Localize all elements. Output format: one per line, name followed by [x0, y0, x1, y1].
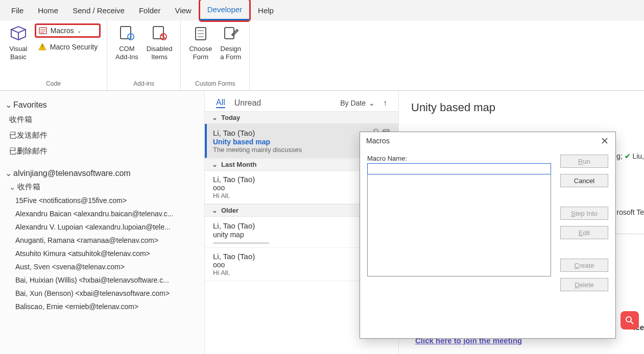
attendee-snippet: g; ✔ Liu, [616, 152, 644, 160]
chevron-down-icon: ⌄ [369, 99, 375, 107]
msg-subject: unity map [213, 231, 244, 239]
message-filter-tabs: All Unread By Date ⌄ ↑ [205, 91, 398, 111]
msg-divider [213, 243, 269, 243]
menu-developer[interactable]: Developer [200, 0, 249, 20]
group-today-label: Today [221, 114, 240, 121]
menu-help[interactable]: Help [251, 0, 281, 20]
dialog-titlebar: Macros [360, 132, 615, 149]
group-today[interactable]: ⌄ Today [205, 111, 398, 124]
sender-item[interactable]: Alexandru V. Lupoian <alexandru.lupoian@… [0, 220, 204, 234]
macro-list[interactable] [367, 174, 551, 276]
design-form-button[interactable]: Design a Form [217, 22, 244, 63]
menu-view[interactable]: View [168, 0, 198, 20]
choose-form-icon [192, 24, 210, 43]
sender-item[interactable]: Aust, Sven <svena@telenav.com> [0, 260, 204, 273]
msg-subject: ooo [213, 184, 225, 192]
search-fab[interactable] [621, 311, 639, 330]
account-label: alvinjiang@telenavsoftware.com [13, 169, 131, 178]
chevron-down-icon: ⌄ [77, 28, 81, 34]
msg-subject: ooo [213, 261, 225, 269]
account-header[interactable]: ⌄ alvinjiang@telenavsoftware.com [0, 166, 204, 180]
chevron-down-icon: ⌄ [9, 183, 14, 192]
dialog-buttons: Run Cancel Step Into Edit Create Delete [560, 155, 608, 291]
delete-button[interactable]: Delete [560, 278, 608, 291]
sender-item[interactable]: Atsuhito Kimura <atsuhitok@telenav.com> [0, 247, 204, 260]
group-last-month-label: Last Month [221, 161, 256, 168]
visual-basic-label: Visual Basic [9, 45, 27, 61]
macro-security-label: Macro Security [50, 43, 98, 51]
macros-label[interactable]: Macros [51, 27, 74, 35]
macros-dialog: Macros Macro Name: Run Cancel Step Into … [360, 132, 616, 339]
menu-developer-highlight: Developer [199, 0, 251, 22]
chevron-down-icon: ⌄ [212, 161, 217, 168]
visual-basic-button[interactable]: Visual Basic [6, 22, 31, 63]
sender-item[interactable]: 15Five <notifications@15five.com> [0, 194, 204, 207]
choose-form-button[interactable]: Choose Form [186, 22, 215, 63]
svg-point-19 [626, 317, 631, 322]
disabled-items-button[interactable]: Disabled Items [144, 22, 176, 63]
menu-folder[interactable]: Folder [132, 0, 168, 20]
msg-from: Li, Tao (Tao) [213, 175, 255, 184]
macro-name-input[interactable] [367, 163, 551, 174]
msg-from: Li, Tao (Tao) [213, 129, 255, 137]
fav-inbox[interactable]: 收件箱 [0, 112, 204, 128]
dialog-body: Macro Name: Run Cancel Step Into Edit Cr… [360, 149, 615, 296]
teams-snippet: rosoft Te [617, 208, 644, 216]
svg-point-4 [130, 36, 132, 38]
edit-button[interactable]: Edit [560, 226, 608, 239]
dialog-title-text: Macros [366, 137, 390, 145]
tab-all[interactable]: All [216, 98, 225, 108]
sender-item[interactable]: Alexandru Baican <alexandru.baican@telen… [0, 207, 204, 220]
dialog-close-button[interactable] [600, 136, 609, 145]
create-button[interactable]: Create [560, 259, 608, 272]
sender-item[interactable]: Bai, Huixian (Willis) <hxbai@telenavsoft… [0, 273, 204, 287]
chevron-down-icon: ⌄ [5, 168, 10, 178]
chevron-down-icon: ⌄ [212, 114, 217, 121]
close-icon [602, 138, 608, 144]
nav-pane: ⌄ Favorites 收件箱 已发送邮件 已删除邮件 ⌄ alvinjiang… [0, 91, 204, 354]
com-addins-button[interactable]: COM Add-Ins [112, 22, 141, 63]
chevron-down-icon: ⌄ [5, 100, 10, 110]
ribbon-group-code: Visual Basic Macros ⌄ ! Macro Security C… [0, 20, 107, 90]
sender-item[interactable]: Baliscao, Ernie <ernieb@telenav.com> [0, 300, 204, 313]
sort-by-date[interactable]: By Date ⌄ ↑ [340, 98, 387, 108]
tab-unread[interactable]: Unread [234, 98, 261, 108]
macros-icon [38, 26, 47, 35]
favorites-label: Favorites [13, 100, 47, 110]
menu-send-receive[interactable]: Send / Receive [65, 0, 132, 20]
com-addins-icon [117, 24, 136, 43]
msg-subject: Unity based map [213, 138, 270, 146]
svg-rect-5 [153, 27, 163, 39]
design-form-label: Design a Form [220, 45, 241, 61]
cancel-button[interactable]: Cancel [560, 174, 608, 187]
run-button[interactable]: Run [560, 155, 608, 168]
choose-form-label: Choose Form [189, 45, 212, 61]
favorites-header[interactable]: ⌄ Favorites [0, 98, 204, 112]
visual-basic-icon [9, 24, 28, 43]
inbox-header[interactable]: ⌄ 收件箱 [0, 180, 204, 194]
ribbon-group-code-label: Code [46, 80, 61, 89]
sender-item[interactable]: Anuganti, Ramana <ramanaa@telenav.com> [0, 234, 204, 247]
fav-deleted[interactable]: 已删除邮件 [0, 143, 204, 159]
disabled-items-label: Disabled Items [147, 45, 173, 61]
svg-rect-12 [225, 28, 234, 39]
warning-icon: ! [38, 42, 47, 52]
ribbon: Visual Basic Macros ⌄ ! Macro Security C… [0, 20, 644, 91]
menu-bar: File Home Send / Receive Folder View Dev… [0, 0, 644, 20]
menu-file[interactable]: File [4, 0, 31, 20]
fav-sent[interactable]: 已发送邮件 [0, 128, 204, 143]
menu-home[interactable]: Home [31, 0, 65, 20]
check-icon: ✔ [625, 152, 631, 160]
inbox-label: 收件箱 [17, 182, 40, 192]
macros-button-highlight: Macros ⌄ [35, 23, 101, 38]
svg-rect-2 [121, 27, 131, 39]
macro-security-button[interactable]: ! Macro Security [35, 42, 101, 52]
svg-text:!: ! [41, 44, 43, 50]
arrow-up-icon[interactable]: ↑ [383, 98, 387, 108]
msg-from: Li, Tao (Tao) [213, 252, 255, 261]
sender-item[interactable]: Bai, Xun (Benson) <xbai@telenavsoftware.… [0, 287, 204, 300]
step-into-button[interactable]: Step Into [560, 207, 608, 220]
ribbon-group-custom-forms: Choose Form Design a Form Custom Forms [181, 20, 250, 90]
design-form-icon [222, 24, 240, 43]
group-older-label: Older [221, 207, 238, 214]
